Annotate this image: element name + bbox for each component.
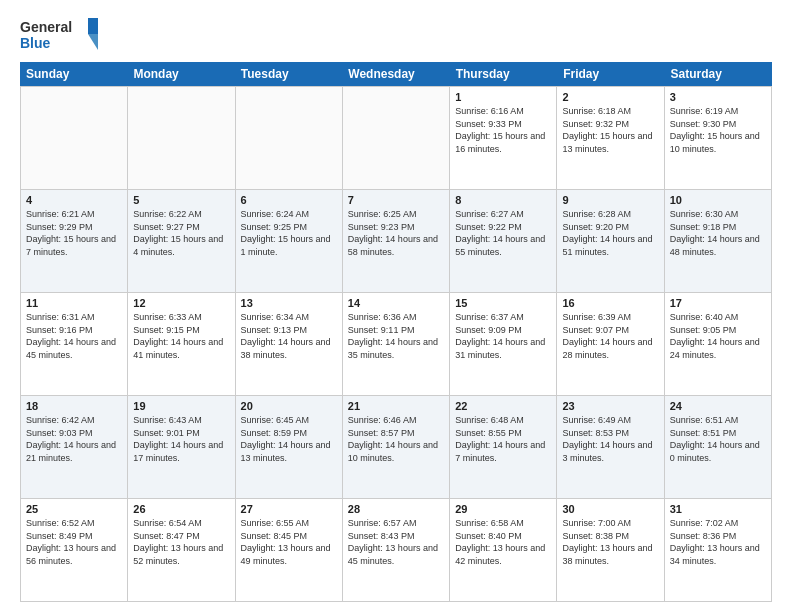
day-cell: 24Sunrise: 6:51 AMSunset: 8:51 PMDayligh… bbox=[665, 396, 772, 498]
day-cell: 23Sunrise: 6:49 AMSunset: 8:53 PMDayligh… bbox=[557, 396, 664, 498]
day-number: 3 bbox=[670, 91, 766, 103]
empty-cell bbox=[343, 87, 450, 189]
page-header: General Blue bbox=[20, 16, 772, 52]
day-number: 5 bbox=[133, 194, 229, 206]
day-number: 23 bbox=[562, 400, 658, 412]
day-cell: 1Sunrise: 6:16 AMSunset: 9:33 PMDaylight… bbox=[450, 87, 557, 189]
weekday-header: Tuesday bbox=[235, 62, 342, 86]
day-info: Sunrise: 6:25 AMSunset: 9:23 PMDaylight:… bbox=[348, 208, 444, 258]
day-cell: 18Sunrise: 6:42 AMSunset: 9:03 PMDayligh… bbox=[21, 396, 128, 498]
day-number: 19 bbox=[133, 400, 229, 412]
day-cell: 16Sunrise: 6:39 AMSunset: 9:07 PMDayligh… bbox=[557, 293, 664, 395]
day-cell: 22Sunrise: 6:48 AMSunset: 8:55 PMDayligh… bbox=[450, 396, 557, 498]
day-info: Sunrise: 6:54 AMSunset: 8:47 PMDaylight:… bbox=[133, 517, 229, 567]
day-cell: 29Sunrise: 6:58 AMSunset: 8:40 PMDayligh… bbox=[450, 499, 557, 601]
day-info: Sunrise: 7:00 AMSunset: 8:38 PMDaylight:… bbox=[562, 517, 658, 567]
day-info: Sunrise: 6:43 AMSunset: 9:01 PMDaylight:… bbox=[133, 414, 229, 464]
day-cell: 20Sunrise: 6:45 AMSunset: 8:59 PMDayligh… bbox=[236, 396, 343, 498]
day-number: 25 bbox=[26, 503, 122, 515]
day-number: 24 bbox=[670, 400, 766, 412]
day-cell: 2Sunrise: 6:18 AMSunset: 9:32 PMDaylight… bbox=[557, 87, 664, 189]
day-info: Sunrise: 6:18 AMSunset: 9:32 PMDaylight:… bbox=[562, 105, 658, 155]
day-number: 12 bbox=[133, 297, 229, 309]
day-cell: 8Sunrise: 6:27 AMSunset: 9:22 PMDaylight… bbox=[450, 190, 557, 292]
day-cell: 30Sunrise: 7:00 AMSunset: 8:38 PMDayligh… bbox=[557, 499, 664, 601]
weekday-header: Thursday bbox=[450, 62, 557, 86]
day-info: Sunrise: 7:02 AMSunset: 8:36 PMDaylight:… bbox=[670, 517, 766, 567]
day-cell: 21Sunrise: 6:46 AMSunset: 8:57 PMDayligh… bbox=[343, 396, 450, 498]
empty-cell bbox=[236, 87, 343, 189]
day-cell: 10Sunrise: 6:30 AMSunset: 9:18 PMDayligh… bbox=[665, 190, 772, 292]
weekday-header: Saturday bbox=[665, 62, 772, 86]
day-number: 26 bbox=[133, 503, 229, 515]
day-info: Sunrise: 6:52 AMSunset: 8:49 PMDaylight:… bbox=[26, 517, 122, 567]
day-info: Sunrise: 6:46 AMSunset: 8:57 PMDaylight:… bbox=[348, 414, 444, 464]
day-info: Sunrise: 6:58 AMSunset: 8:40 PMDaylight:… bbox=[455, 517, 551, 567]
day-cell: 3Sunrise: 6:19 AMSunset: 9:30 PMDaylight… bbox=[665, 87, 772, 189]
day-info: Sunrise: 6:40 AMSunset: 9:05 PMDaylight:… bbox=[670, 311, 766, 361]
day-number: 21 bbox=[348, 400, 444, 412]
weekday-header: Monday bbox=[127, 62, 234, 86]
svg-marker-3 bbox=[88, 34, 98, 50]
day-number: 8 bbox=[455, 194, 551, 206]
calendar-row: 25Sunrise: 6:52 AMSunset: 8:49 PMDayligh… bbox=[21, 499, 772, 602]
day-number: 7 bbox=[348, 194, 444, 206]
day-info: Sunrise: 6:30 AMSunset: 9:18 PMDaylight:… bbox=[670, 208, 766, 258]
day-info: Sunrise: 6:39 AMSunset: 9:07 PMDaylight:… bbox=[562, 311, 658, 361]
calendar-row: 11Sunrise: 6:31 AMSunset: 9:16 PMDayligh… bbox=[21, 293, 772, 396]
weekday-header: Friday bbox=[557, 62, 664, 86]
day-number: 1 bbox=[455, 91, 551, 103]
day-cell: 6Sunrise: 6:24 AMSunset: 9:25 PMDaylight… bbox=[236, 190, 343, 292]
day-info: Sunrise: 6:16 AMSunset: 9:33 PMDaylight:… bbox=[455, 105, 551, 155]
day-number: 2 bbox=[562, 91, 658, 103]
day-number: 11 bbox=[26, 297, 122, 309]
day-number: 13 bbox=[241, 297, 337, 309]
calendar-row: 1Sunrise: 6:16 AMSunset: 9:33 PMDaylight… bbox=[21, 87, 772, 190]
day-info: Sunrise: 6:33 AMSunset: 9:15 PMDaylight:… bbox=[133, 311, 229, 361]
day-cell: 5Sunrise: 6:22 AMSunset: 9:27 PMDaylight… bbox=[128, 190, 235, 292]
day-cell: 7Sunrise: 6:25 AMSunset: 9:23 PMDaylight… bbox=[343, 190, 450, 292]
day-number: 14 bbox=[348, 297, 444, 309]
day-info: Sunrise: 6:36 AMSunset: 9:11 PMDaylight:… bbox=[348, 311, 444, 361]
day-number: 22 bbox=[455, 400, 551, 412]
day-cell: 11Sunrise: 6:31 AMSunset: 9:16 PMDayligh… bbox=[21, 293, 128, 395]
day-info: Sunrise: 6:19 AMSunset: 9:30 PMDaylight:… bbox=[670, 105, 766, 155]
day-cell: 14Sunrise: 6:36 AMSunset: 9:11 PMDayligh… bbox=[343, 293, 450, 395]
day-cell: 15Sunrise: 6:37 AMSunset: 9:09 PMDayligh… bbox=[450, 293, 557, 395]
day-number: 15 bbox=[455, 297, 551, 309]
day-info: Sunrise: 6:55 AMSunset: 8:45 PMDaylight:… bbox=[241, 517, 337, 567]
svg-text:General: General bbox=[20, 19, 72, 35]
day-info: Sunrise: 6:51 AMSunset: 8:51 PMDaylight:… bbox=[670, 414, 766, 464]
day-number: 10 bbox=[670, 194, 766, 206]
day-cell: 31Sunrise: 7:02 AMSunset: 8:36 PMDayligh… bbox=[665, 499, 772, 601]
calendar-row: 18Sunrise: 6:42 AMSunset: 9:03 PMDayligh… bbox=[21, 396, 772, 499]
day-number: 20 bbox=[241, 400, 337, 412]
calendar-body: 1Sunrise: 6:16 AMSunset: 9:33 PMDaylight… bbox=[20, 86, 772, 602]
day-number: 30 bbox=[562, 503, 658, 515]
day-number: 27 bbox=[241, 503, 337, 515]
day-number: 18 bbox=[26, 400, 122, 412]
day-info: Sunrise: 6:34 AMSunset: 9:13 PMDaylight:… bbox=[241, 311, 337, 361]
day-cell: 9Sunrise: 6:28 AMSunset: 9:20 PMDaylight… bbox=[557, 190, 664, 292]
day-info: Sunrise: 6:27 AMSunset: 9:22 PMDaylight:… bbox=[455, 208, 551, 258]
day-cell: 28Sunrise: 6:57 AMSunset: 8:43 PMDayligh… bbox=[343, 499, 450, 601]
day-cell: 26Sunrise: 6:54 AMSunset: 8:47 PMDayligh… bbox=[128, 499, 235, 601]
calendar-row: 4Sunrise: 6:21 AMSunset: 9:29 PMDaylight… bbox=[21, 190, 772, 293]
day-info: Sunrise: 6:24 AMSunset: 9:25 PMDaylight:… bbox=[241, 208, 337, 258]
day-cell: 25Sunrise: 6:52 AMSunset: 8:49 PMDayligh… bbox=[21, 499, 128, 601]
day-info: Sunrise: 6:57 AMSunset: 8:43 PMDaylight:… bbox=[348, 517, 444, 567]
empty-cell bbox=[21, 87, 128, 189]
weekday-header: Wednesday bbox=[342, 62, 449, 86]
day-cell: 17Sunrise: 6:40 AMSunset: 9:05 PMDayligh… bbox=[665, 293, 772, 395]
day-cell: 4Sunrise: 6:21 AMSunset: 9:29 PMDaylight… bbox=[21, 190, 128, 292]
calendar-header: SundayMondayTuesdayWednesdayThursdayFrid… bbox=[20, 62, 772, 86]
day-number: 9 bbox=[562, 194, 658, 206]
empty-cell bbox=[128, 87, 235, 189]
day-info: Sunrise: 6:37 AMSunset: 9:09 PMDaylight:… bbox=[455, 311, 551, 361]
logo: General Blue bbox=[20, 16, 100, 52]
day-cell: 27Sunrise: 6:55 AMSunset: 8:45 PMDayligh… bbox=[236, 499, 343, 601]
day-number: 16 bbox=[562, 297, 658, 309]
day-info: Sunrise: 6:31 AMSunset: 9:16 PMDaylight:… bbox=[26, 311, 122, 361]
svg-marker-2 bbox=[88, 18, 98, 34]
day-info: Sunrise: 6:42 AMSunset: 9:03 PMDaylight:… bbox=[26, 414, 122, 464]
